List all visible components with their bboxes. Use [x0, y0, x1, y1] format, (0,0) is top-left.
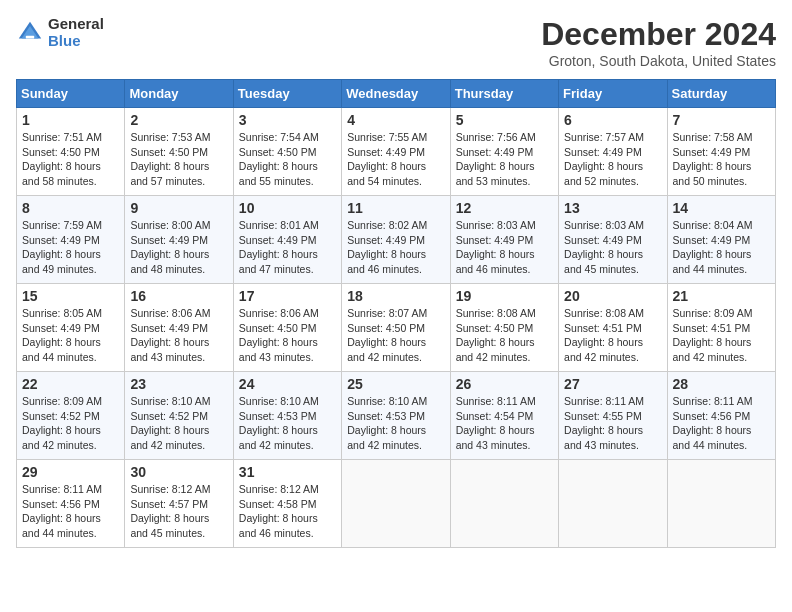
calendar-cell: 5 Sunrise: 7:56 AMSunset: 4:49 PMDayligh… [450, 108, 558, 196]
calendar-week-row: 22 Sunrise: 8:09 AMSunset: 4:52 PMDaylig… [17, 372, 776, 460]
calendar-week-row: 15 Sunrise: 8:05 AMSunset: 4:49 PMDaylig… [17, 284, 776, 372]
calendar-cell: 14 Sunrise: 8:04 AMSunset: 4:49 PMDaylig… [667, 196, 775, 284]
calendar-cell: 12 Sunrise: 8:03 AMSunset: 4:49 PMDaylig… [450, 196, 558, 284]
day-info: Sunrise: 8:06 AMSunset: 4:50 PMDaylight:… [239, 306, 336, 365]
calendar-cell: 24 Sunrise: 8:10 AMSunset: 4:53 PMDaylig… [233, 372, 341, 460]
day-info: Sunrise: 8:06 AMSunset: 4:49 PMDaylight:… [130, 306, 227, 365]
day-number: 18 [347, 288, 444, 304]
day-number: 12 [456, 200, 553, 216]
calendar-cell: 30 Sunrise: 8:12 AMSunset: 4:57 PMDaylig… [125, 460, 233, 548]
day-info: Sunrise: 8:12 AMSunset: 4:58 PMDaylight:… [239, 482, 336, 541]
calendar-week-row: 29 Sunrise: 8:11 AMSunset: 4:56 PMDaylig… [17, 460, 776, 548]
day-number: 26 [456, 376, 553, 392]
day-number: 24 [239, 376, 336, 392]
day-number: 19 [456, 288, 553, 304]
column-header-thursday: Thursday [450, 80, 558, 108]
day-info: Sunrise: 8:00 AMSunset: 4:49 PMDaylight:… [130, 218, 227, 277]
calendar-cell: 17 Sunrise: 8:06 AMSunset: 4:50 PMDaylig… [233, 284, 341, 372]
day-number: 10 [239, 200, 336, 216]
day-info: Sunrise: 7:55 AMSunset: 4:49 PMDaylight:… [347, 130, 444, 189]
day-number: 8 [22, 200, 119, 216]
column-header-wednesday: Wednesday [342, 80, 450, 108]
day-number: 16 [130, 288, 227, 304]
day-number: 4 [347, 112, 444, 128]
day-number: 28 [673, 376, 770, 392]
day-info: Sunrise: 8:10 AMSunset: 4:53 PMDaylight:… [239, 394, 336, 453]
calendar-cell [342, 460, 450, 548]
day-number: 27 [564, 376, 661, 392]
column-header-monday: Monday [125, 80, 233, 108]
title-block: December 2024 Groton, South Dakota, Unit… [541, 16, 776, 69]
day-info: Sunrise: 8:07 AMSunset: 4:50 PMDaylight:… [347, 306, 444, 365]
calendar-cell: 29 Sunrise: 8:11 AMSunset: 4:56 PMDaylig… [17, 460, 125, 548]
calendar-cell: 21 Sunrise: 8:09 AMSunset: 4:51 PMDaylig… [667, 284, 775, 372]
day-info: Sunrise: 7:51 AMSunset: 4:50 PMDaylight:… [22, 130, 119, 189]
calendar-cell: 25 Sunrise: 8:10 AMSunset: 4:53 PMDaylig… [342, 372, 450, 460]
logo-general-label: General [48, 16, 104, 33]
location-label: Groton, South Dakota, United States [541, 53, 776, 69]
column-header-tuesday: Tuesday [233, 80, 341, 108]
day-info: Sunrise: 7:59 AMSunset: 4:49 PMDaylight:… [22, 218, 119, 277]
day-number: 13 [564, 200, 661, 216]
day-info: Sunrise: 8:10 AMSunset: 4:52 PMDaylight:… [130, 394, 227, 453]
day-info: Sunrise: 8:09 AMSunset: 4:52 PMDaylight:… [22, 394, 119, 453]
svg-rect-2 [26, 35, 34, 38]
day-number: 11 [347, 200, 444, 216]
day-number: 23 [130, 376, 227, 392]
calendar-cell: 1 Sunrise: 7:51 AMSunset: 4:50 PMDayligh… [17, 108, 125, 196]
calendar-cell [450, 460, 558, 548]
day-info: Sunrise: 8:11 AMSunset: 4:55 PMDaylight:… [564, 394, 661, 453]
calendar-cell: 26 Sunrise: 8:11 AMSunset: 4:54 PMDaylig… [450, 372, 558, 460]
day-info: Sunrise: 8:08 AMSunset: 4:50 PMDaylight:… [456, 306, 553, 365]
calendar-cell: 19 Sunrise: 8:08 AMSunset: 4:50 PMDaylig… [450, 284, 558, 372]
day-info: Sunrise: 7:58 AMSunset: 4:49 PMDaylight:… [673, 130, 770, 189]
column-header-friday: Friday [559, 80, 667, 108]
day-number: 5 [456, 112, 553, 128]
calendar-cell: 6 Sunrise: 7:57 AMSunset: 4:49 PMDayligh… [559, 108, 667, 196]
logo-icon [16, 19, 44, 47]
month-title: December 2024 [541, 16, 776, 53]
day-number: 14 [673, 200, 770, 216]
calendar-cell: 11 Sunrise: 8:02 AMSunset: 4:49 PMDaylig… [342, 196, 450, 284]
day-info: Sunrise: 8:08 AMSunset: 4:51 PMDaylight:… [564, 306, 661, 365]
day-info: Sunrise: 7:53 AMSunset: 4:50 PMDaylight:… [130, 130, 227, 189]
logo-text: General Blue [48, 16, 104, 49]
day-number: 25 [347, 376, 444, 392]
column-header-sunday: Sunday [17, 80, 125, 108]
day-info: Sunrise: 7:56 AMSunset: 4:49 PMDaylight:… [456, 130, 553, 189]
day-info: Sunrise: 8:03 AMSunset: 4:49 PMDaylight:… [456, 218, 553, 277]
day-info: Sunrise: 7:57 AMSunset: 4:49 PMDaylight:… [564, 130, 661, 189]
day-info: Sunrise: 8:11 AMSunset: 4:56 PMDaylight:… [22, 482, 119, 541]
calendar-cell: 16 Sunrise: 8:06 AMSunset: 4:49 PMDaylig… [125, 284, 233, 372]
calendar-cell: 7 Sunrise: 7:58 AMSunset: 4:49 PMDayligh… [667, 108, 775, 196]
day-info: Sunrise: 8:11 AMSunset: 4:56 PMDaylight:… [673, 394, 770, 453]
day-number: 9 [130, 200, 227, 216]
calendar-cell [559, 460, 667, 548]
calendar-cell: 31 Sunrise: 8:12 AMSunset: 4:58 PMDaylig… [233, 460, 341, 548]
logo: General Blue [16, 16, 104, 49]
calendar-cell: 20 Sunrise: 8:08 AMSunset: 4:51 PMDaylig… [559, 284, 667, 372]
day-info: Sunrise: 8:05 AMSunset: 4:49 PMDaylight:… [22, 306, 119, 365]
day-info: Sunrise: 8:01 AMSunset: 4:49 PMDaylight:… [239, 218, 336, 277]
day-number: 3 [239, 112, 336, 128]
day-number: 31 [239, 464, 336, 480]
calendar-cell: 27 Sunrise: 8:11 AMSunset: 4:55 PMDaylig… [559, 372, 667, 460]
calendar-cell: 13 Sunrise: 8:03 AMSunset: 4:49 PMDaylig… [559, 196, 667, 284]
day-info: Sunrise: 8:09 AMSunset: 4:51 PMDaylight:… [673, 306, 770, 365]
day-number: 1 [22, 112, 119, 128]
page-header: General Blue December 2024 Groton, South… [16, 16, 776, 69]
calendar-week-row: 8 Sunrise: 7:59 AMSunset: 4:49 PMDayligh… [17, 196, 776, 284]
day-info: Sunrise: 8:12 AMSunset: 4:57 PMDaylight:… [130, 482, 227, 541]
calendar-cell: 23 Sunrise: 8:10 AMSunset: 4:52 PMDaylig… [125, 372, 233, 460]
day-number: 6 [564, 112, 661, 128]
calendar-week-row: 1 Sunrise: 7:51 AMSunset: 4:50 PMDayligh… [17, 108, 776, 196]
calendar-table: SundayMondayTuesdayWednesdayThursdayFrid… [16, 79, 776, 548]
day-number: 30 [130, 464, 227, 480]
calendar-cell [667, 460, 775, 548]
day-info: Sunrise: 8:03 AMSunset: 4:49 PMDaylight:… [564, 218, 661, 277]
calendar-cell: 9 Sunrise: 8:00 AMSunset: 4:49 PMDayligh… [125, 196, 233, 284]
day-number: 15 [22, 288, 119, 304]
column-header-saturday: Saturday [667, 80, 775, 108]
day-info: Sunrise: 8:11 AMSunset: 4:54 PMDaylight:… [456, 394, 553, 453]
logo-blue-label: Blue [48, 33, 104, 50]
